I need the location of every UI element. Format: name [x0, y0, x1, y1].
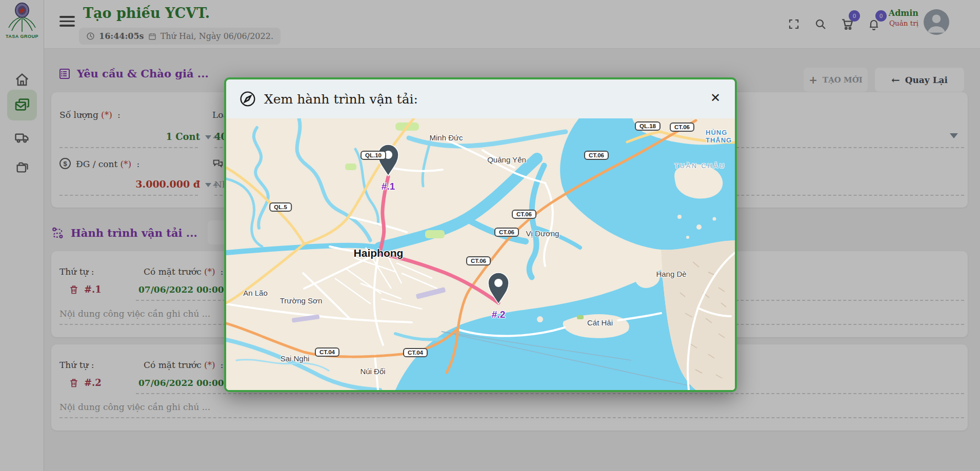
road-shield: CT.06 — [670, 122, 694, 132]
map-label-vi-duong: Vị Dương — [526, 229, 559, 238]
road-shield: QL.10 — [361, 151, 386, 160]
marker-label-1: #.1 — [382, 181, 395, 192]
journey-modal: Xem hành trình vận tải: ✕ — [224, 77, 737, 392]
road-shield: CT.06 — [584, 151, 609, 160]
map-label-hung-thang: HÙNG THẮNG — [706, 129, 735, 145]
modal-header: Xem hành trình vận tải: ✕ — [226, 79, 735, 118]
road-shield: QL.5 — [269, 202, 292, 212]
road-shield: CT.06 — [512, 210, 536, 219]
modal-title: Xem hành trình vận tải: — [264, 92, 418, 107]
map-canvas — [226, 118, 735, 390]
navigation-icon — [239, 91, 256, 107]
road-shield: CT.06 — [494, 228, 519, 237]
map-label-sai-nghi: Sai Nghi — [281, 354, 310, 363]
journey-map[interactable]: Minh Đức Quảng Yên HÙNG THẮNG TUẦN CHÂU … — [226, 118, 735, 390]
map-label-an-lao: An Lão — [243, 289, 268, 297]
map-label-hang-de: Hang Dè — [656, 270, 686, 278]
map-label-haiphong: Haiphong — [354, 247, 404, 259]
marker-label-2: #.2 — [492, 309, 505, 320]
map-label-cat-hai: Cát Hải — [587, 318, 613, 327]
map-label-truong-son: Trường Sơn — [280, 296, 323, 305]
road-shield: CT.04 — [403, 348, 428, 357]
app-root: TASA GROUP Tạo phiếu YCVT. 16:44:05s Thứ… — [0, 0, 980, 471]
road-shield: CT.06 — [466, 256, 491, 265]
map-label-minh-duc: Minh Đức — [429, 133, 463, 142]
close-icon[interactable]: ✕ — [710, 91, 721, 105]
road-shield: CT.04 — [315, 347, 339, 357]
road-shield: QL.18 — [635, 121, 661, 131]
map-label-tuan-chau: TUẦN CHÂU — [674, 162, 726, 170]
map-label-quang-yen: Quảng Yên — [487, 155, 526, 164]
map-label-nui-doi: Núi Đối — [360, 367, 385, 376]
